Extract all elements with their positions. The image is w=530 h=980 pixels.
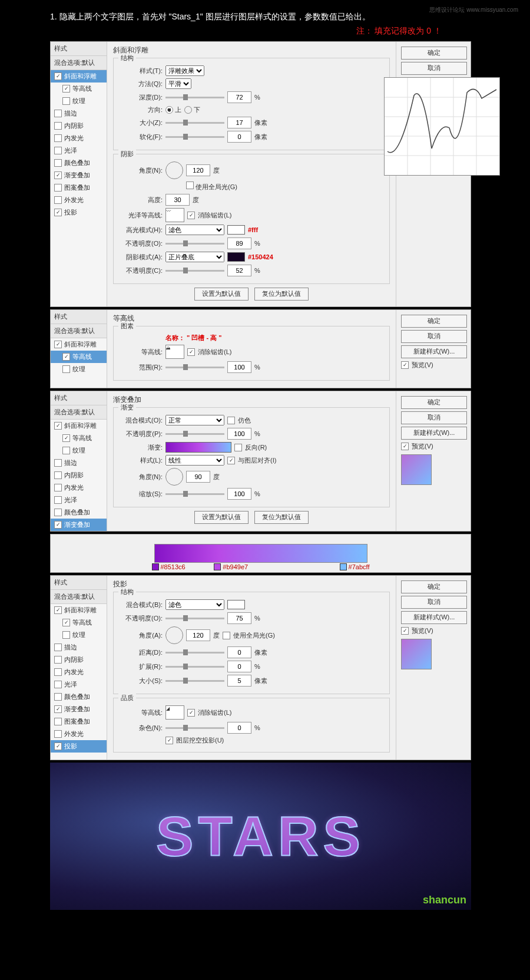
checkbox-icon[interactable] [54, 159, 62, 167]
noise-slider[interactable] [165, 727, 224, 729]
highlight-mode-select[interactable]: 滤色 [165, 225, 224, 235]
scale-input[interactable] [227, 488, 251, 500]
checkbox-icon[interactable] [54, 509, 62, 516]
style-pattern-overlay[interactable]: 图案叠加 [51, 182, 107, 194]
style-pattern-overlay[interactable]: 图案叠加 [51, 715, 107, 728]
style-grad-overlay[interactable]: 渐变叠加 [51, 703, 107, 715]
style-inner-glow[interactable]: 内发光 [51, 132, 107, 144]
style-contour[interactable]: 等高线 [51, 351, 107, 363]
style-texture[interactable]: 纹理 [51, 363, 107, 375]
opacity-input[interactable] [227, 428, 251, 440]
soften-input[interactable] [227, 131, 251, 143]
style-grad-overlay[interactable]: 渐变叠加 [51, 169, 107, 182]
style-contour[interactable]: 等高线 [51, 83, 107, 95]
size-input[interactable] [227, 675, 251, 687]
checkbox-icon[interactable] [62, 85, 70, 93]
checkbox-icon[interactable] [54, 422, 62, 430]
checkbox-icon[interactable] [54, 668, 62, 676]
angle-dial[interactable] [165, 161, 183, 179]
preview-check[interactable] [401, 361, 409, 369]
ok-button[interactable]: 确定 [401, 315, 467, 328]
checkbox-icon[interactable] [54, 72, 62, 80]
checkbox-icon[interactable] [62, 631, 70, 639]
cancel-button[interactable]: 取消 [401, 62, 467, 75]
blend-options[interactable]: 混合选项:默认 [51, 590, 107, 604]
ok-button[interactable]: 确定 [401, 396, 467, 409]
checkbox-icon[interactable] [54, 705, 62, 713]
checkbox-icon[interactable] [54, 743, 62, 750]
checkbox-icon[interactable] [54, 496, 62, 504]
style-inner-glow[interactable]: 内发光 [51, 481, 107, 494]
style-texture[interactable]: 纹理 [51, 95, 107, 107]
style-color-overlay[interactable]: 颜色叠加 [51, 506, 107, 519]
gradient-picker[interactable] [165, 442, 231, 453]
checkbox-icon[interactable] [54, 730, 62, 738]
checkbox-icon[interactable] [54, 341, 62, 348]
anti-alias-check[interactable] [187, 709, 195, 717]
shadow-color-swatch[interactable] [227, 252, 245, 262]
style-drop-shadow[interactable]: 投影 [51, 740, 107, 753]
checkbox-icon[interactable] [54, 718, 62, 725]
angle-input[interactable] [186, 629, 210, 641]
checkbox-icon[interactable] [54, 171, 62, 179]
checkbox-icon[interactable] [54, 147, 62, 154]
radio-up[interactable] [165, 106, 173, 114]
checkbox-icon[interactable] [62, 353, 70, 361]
checkbox-icon[interactable] [54, 693, 62, 701]
style-texture[interactable]: 纹理 [51, 629, 107, 641]
opacity-slider[interactable] [165, 433, 224, 435]
new-style-button[interactable]: 新建样式(W)... [401, 611, 467, 624]
new-style-button[interactable]: 新建样式(W)... [401, 345, 467, 358]
checkbox-icon[interactable] [54, 209, 62, 216]
style-inner-shadow[interactable]: 内阴影 [51, 120, 107, 132]
set-default-button[interactable]: 设置为默认值 [194, 288, 249, 301]
ok-button[interactable]: 确定 [401, 47, 467, 60]
checkbox-icon[interactable] [62, 447, 70, 454]
checkbox-icon[interactable] [54, 471, 62, 479]
style-bevel[interactable]: 斜面和浮雕 [51, 604, 107, 616]
shadow-mode-select[interactable]: 正片叠底 [165, 252, 224, 262]
global-light-check[interactable] [186, 182, 194, 189]
restore-default-button[interactable]: 复位为默认值 [254, 288, 309, 301]
style-outer-glow[interactable]: 外发光 [51, 728, 107, 740]
grad-stop-2[interactable]: #b949e7 [214, 563, 248, 570]
distance-input[interactable] [227, 646, 251, 658]
cancel-button[interactable]: 取消 [401, 330, 467, 343]
style-color-overlay[interactable]: 颜色叠加 [51, 157, 107, 169]
style-satin[interactable]: 光泽 [51, 678, 107, 691]
angle-dial[interactable] [165, 626, 183, 644]
checkbox-icon[interactable] [54, 122, 62, 130]
restore-default-button[interactable]: 复位为默认值 [254, 511, 309, 524]
grad-stop-1[interactable]: #8513c6 [152, 563, 186, 570]
style-grad-overlay[interactable]: 渐变叠加 [51, 519, 107, 531]
opacity-input[interactable] [227, 612, 251, 624]
range-input[interactable] [227, 361, 251, 373]
style-stroke[interactable]: 描边 [51, 641, 107, 654]
checkbox-icon[interactable] [54, 184, 62, 192]
contour-picker[interactable]: ⛰ [165, 345, 184, 359]
checkbox-icon[interactable] [54, 644, 62, 651]
spread-slider[interactable] [165, 666, 224, 668]
size-input[interactable] [227, 117, 251, 128]
ok-button[interactable]: 确定 [401, 580, 467, 593]
gloss-contour-picker[interactable]: 〰 [165, 208, 184, 222]
angle-dial[interactable] [165, 468, 183, 486]
style-outer-glow[interactable]: 外发光 [51, 194, 107, 206]
dither-check[interactable] [227, 417, 235, 424]
style-bevel[interactable]: 斜面和浮雕 [51, 420, 107, 432]
grad-stop-3[interactable]: #7abcff [340, 563, 370, 570]
hi-opacity-input[interactable] [227, 237, 251, 249]
reverse-check[interactable] [234, 444, 242, 451]
hi-opacity-slider[interactable] [165, 243, 224, 245]
grad-style-select[interactable]: 线性 [165, 455, 224, 466]
contour-curve-popup[interactable] [384, 77, 500, 176]
style-inner-glow[interactable]: 内发光 [51, 666, 107, 678]
altitude-input[interactable] [165, 194, 190, 206]
depth-input[interactable] [227, 91, 251, 103]
style-stroke[interactable]: 描边 [51, 457, 107, 469]
align-check[interactable] [227, 457, 235, 464]
style-color-overlay[interactable]: 颜色叠加 [51, 691, 107, 703]
style-contour[interactable]: 等高线 [51, 616, 107, 629]
anti-alias-check[interactable] [187, 212, 195, 219]
checkbox-icon[interactable] [54, 656, 62, 664]
